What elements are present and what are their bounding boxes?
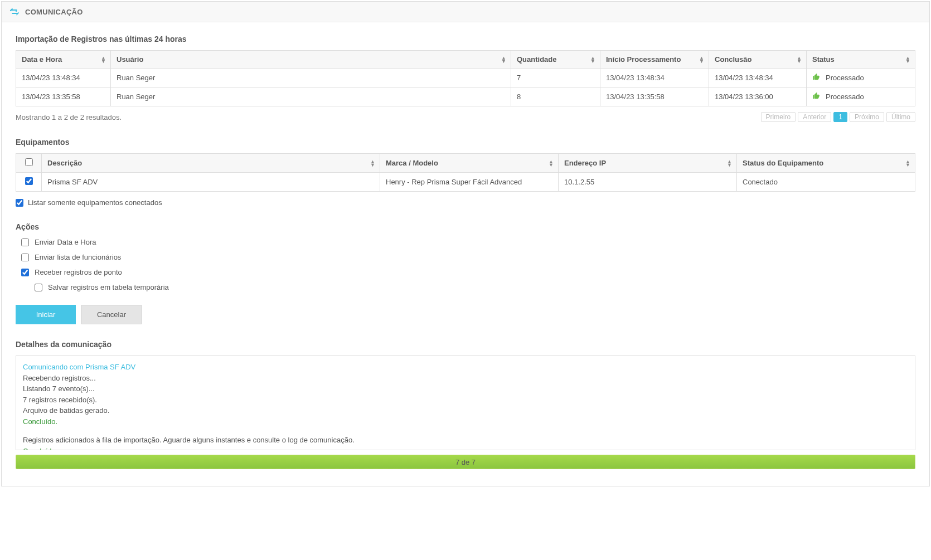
col-equip-status[interactable]: Status do Equipamento ▲▼ [737, 154, 915, 173]
table-row: 13/04/23 13:48:34 Ruan Seger 7 13/04/23 … [16, 69, 915, 87]
log-line: Concluído. [23, 416, 908, 427]
col-brand-label: Marca / Modelo [386, 159, 438, 167]
action-send-employees[interactable]: Enviar lista de funcionários [21, 253, 915, 261]
sort-icon: ▲▼ [699, 56, 704, 63]
cell-description: Prisma SF ADV [42, 173, 380, 192]
sort-icon: ▲▼ [590, 56, 595, 63]
log-line: Recebendo registros... [23, 373, 908, 384]
log-line: Concluído. [23, 446, 908, 451]
cancel-button[interactable]: Cancelar [81, 305, 142, 324]
col-status[interactable]: Status ▲▼ [807, 51, 915, 69]
cell-status: Processado [807, 87, 915, 106]
log-line: Listando 7 evento(s)... [23, 383, 908, 395]
col-end[interactable]: Conclusão ▲▼ [709, 51, 807, 69]
receive-records-checkbox[interactable] [21, 269, 29, 276]
cell-end: 13/04/23 13:48:34 [709, 69, 807, 87]
table-row: 13/04/23 13:35:58 Ruan Seger 8 13/04/23 … [16, 87, 915, 106]
sort-icon: ▲▼ [370, 160, 375, 167]
filter-connected-row[interactable]: Listar somente equipamentos conectados [16, 198, 915, 207]
imports-table: Data e Hora ▲▼ Usuário ▲▼ Quantidade ▲▼ … [16, 50, 915, 106]
start-button[interactable]: Iniciar [16, 305, 76, 324]
cell-user: Ruan Seger [111, 69, 511, 87]
pagination: Primeiro Anterior 1 Próximo Último [761, 112, 915, 122]
cell-quantity: 8 [511, 87, 600, 106]
send-datetime-checkbox[interactable] [21, 238, 29, 246]
page-number-button[interactable]: 1 [833, 112, 847, 122]
filter-connected-label: Listar somente equipamentos conectados [28, 198, 162, 207]
sort-icon: ▲▼ [797, 56, 802, 63]
cell-user: Ruan Seger [111, 87, 511, 106]
row-checkbox[interactable] [25, 177, 33, 185]
col-end-label: Conclusão [715, 55, 751, 64]
filter-connected-checkbox[interactable] [16, 199, 23, 207]
col-datetime[interactable]: Data e Hora ▲▼ [16, 51, 111, 69]
cell-quantity: 7 [511, 69, 600, 87]
col-quantity[interactable]: Quantidade ▲▼ [511, 51, 600, 69]
col-datetime-label: Data e Hora [22, 55, 62, 64]
send-employees-label: Enviar lista de funcionários [35, 253, 121, 261]
sort-icon: ▲▼ [727, 160, 732, 167]
cell-start: 13/04/23 13:35:58 [600, 87, 709, 106]
col-start-label: Início Processamento [606, 55, 681, 64]
action-receive-records[interactable]: Receber registros de ponto [21, 268, 915, 276]
details-title: Detalhes da comunicação [16, 340, 915, 349]
cell-status: Processado [807, 69, 915, 87]
send-employees-checkbox[interactable] [21, 254, 29, 261]
col-select-all[interactable] [16, 154, 42, 173]
page-next-button[interactable]: Próximo [850, 112, 884, 122]
col-start[interactable]: Início Processamento ▲▼ [600, 51, 709, 69]
sort-icon: ▲▼ [905, 56, 910, 63]
cell-start: 13/04/23 13:48:34 [600, 69, 709, 87]
page-last-button[interactable]: Último [886, 112, 915, 122]
col-user[interactable]: Usuário ▲▼ [111, 51, 511, 69]
col-brand[interactable]: Marca / Modelo ▲▼ [380, 154, 559, 173]
cell-equip-status: Conectado [737, 173, 915, 192]
receive-records-label: Receber registros de ponto [35, 268, 122, 276]
progress-text: 7 de 7 [455, 458, 476, 466]
sort-icon: ▲▼ [501, 56, 506, 63]
log-line: Arquivo de batidas gerado. [23, 405, 908, 416]
page-header: COMUNICAÇÃO [2, 2, 929, 22]
col-equip-status-label: Status do Equipamento [743, 159, 823, 167]
log-box[interactable]: Comunicando com Prisma SF ADV Recebendo … [16, 356, 915, 450]
page-prev-button[interactable]: Anterior [798, 112, 831, 122]
cell-ip: 10.1.2.55 [559, 173, 737, 192]
sort-icon: ▲▼ [905, 160, 910, 167]
progress-bar: 7 de 7 [16, 455, 915, 469]
col-description-label: Descrição [47, 159, 82, 167]
col-ip-label: Endereço IP [564, 159, 606, 167]
status-badge: Processado [826, 74, 864, 82]
col-ip[interactable]: Endereço IP ▲▼ [559, 154, 737, 173]
imports-title: Importação de Registros nas últimas 24 h… [16, 35, 915, 43]
col-description[interactable]: Descrição ▲▼ [42, 154, 380, 173]
sort-icon: ▲▼ [101, 56, 106, 63]
equipment-title: Equipamentos [16, 138, 915, 147]
col-user-label: Usuário [117, 55, 143, 64]
thumbs-up-icon [812, 92, 820, 101]
cell-datetime: 13/04/23 13:48:34 [16, 69, 111, 87]
sort-icon: ▲▼ [549, 160, 554, 167]
page-first-button[interactable]: Primeiro [761, 112, 796, 122]
action-send-datetime[interactable]: Enviar Data e Hora [21, 238, 915, 246]
equipment-table: Descrição ▲▼ Marca / Modelo ▲▼ Endereço … [16, 153, 915, 192]
actions-title: Ações [16, 222, 915, 231]
send-datetime-label: Enviar Data e Hora [35, 238, 96, 246]
table-row: Prisma SF ADV Henry - Rep Prisma Super F… [16, 173, 915, 192]
log-line: 7 registros recebido(s). [23, 395, 908, 406]
log-line: Comunicando com Prisma SF ADV [23, 362, 908, 373]
col-quantity-label: Quantidade [517, 55, 557, 64]
thumbs-up-icon [812, 73, 820, 82]
cell-datetime: 13/04/23 13:35:58 [16, 87, 111, 106]
log-line: Registros adicionados à fila de importaç… [23, 435, 908, 446]
sync-icon [9, 7, 20, 17]
action-save-temp[interactable]: Salvar registros em tabela temporária [21, 283, 915, 291]
results-text: Mostrando 1 a 2 de 2 resultados. [16, 113, 122, 121]
cell-brand: Henry - Rep Prisma Super Fácil Advanced [380, 173, 559, 192]
save-temp-checkbox[interactable] [35, 284, 42, 291]
save-temp-label: Salvar registros em tabela temporária [48, 283, 169, 291]
page-title: COMUNICAÇÃO [25, 8, 83, 16]
status-badge: Processado [826, 92, 864, 101]
select-all-checkbox[interactable] [25, 158, 33, 166]
cell-end: 13/04/23 13:36:00 [709, 87, 807, 106]
col-status-label: Status [812, 55, 835, 64]
